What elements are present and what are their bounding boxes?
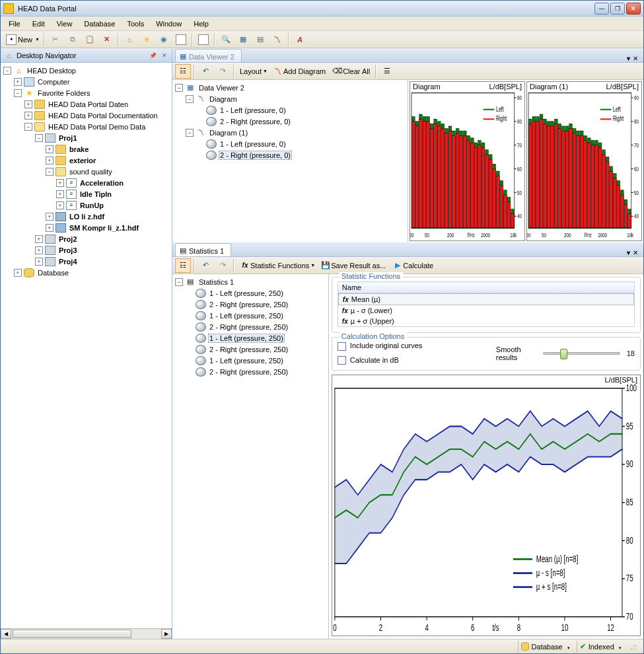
panel-close-button[interactable]: ✕ (160, 51, 169, 60)
tree-item[interactable]: +exterior (46, 155, 170, 166)
tree-proj4[interactable]: +Proj4 (35, 256, 170, 267)
tree-item[interactable]: −HEAD Data Portal Demo Data (24, 121, 170, 132)
tree-channel[interactable]: 1 - Left (pressure, 250) (186, 287, 327, 299)
stat-functions-button[interactable]: fxStatistic Functions▼ (237, 258, 316, 273)
pin-button[interactable]: 📌 (148, 51, 157, 60)
tree-file[interactable]: +SM Kompr li_z.1.hdf (46, 222, 170, 233)
menu-database[interactable]: Database (79, 18, 120, 29)
tree-proj3[interactable]: +Proj3 (35, 244, 170, 256)
menu-view[interactable]: View (52, 18, 78, 29)
artemis-button[interactable]: A (292, 32, 308, 47)
doc2-button[interactable] (196, 32, 211, 47)
tree-channel[interactable]: 1 - Left (pressure, 250) (186, 332, 327, 344)
statistics-result-chart[interactable]: L/dB[SPL] 707580859095100024681012t/sMea… (332, 375, 641, 636)
calculate-db-checkbox[interactable] (338, 356, 346, 365)
st-tree-toggle[interactable]: ☷ (175, 258, 191, 273)
new-button[interactable]: ✦New▼ (3, 32, 41, 47)
svg-rect-130 (598, 147, 602, 228)
tree-channel[interactable]: 2 - Right (pressure, 0) (196, 149, 406, 161)
tree-channel[interactable]: 1 - Left (pressure, 0) (196, 138, 406, 149)
tree-favorites[interactable]: −★Favorite Folders (14, 87, 170, 98)
layout-button[interactable]: Layout▼ (237, 64, 269, 79)
tab-statistics-1[interactable]: ▤Statistics 1 (175, 243, 231, 256)
add-diagram-button[interactable]: 〽Add Diagram (270, 64, 328, 79)
search-button[interactable]: 🔍 (218, 32, 234, 47)
tree-channel[interactable]: 2 - Right (pressure, 250) (186, 366, 327, 377)
tree-item[interactable]: +≡RunUp (56, 200, 170, 211)
tree-soundquality[interactable]: −sound quality (46, 166, 170, 177)
tab-dropdown[interactable]: ▼ (626, 250, 631, 256)
tree-channel[interactable]: 1 - Left (pressure, 250) (186, 310, 327, 321)
tree-proj1[interactable]: −Proj1 (35, 132, 170, 143)
tree-item[interactable]: +≡Acceleration (56, 177, 170, 188)
menu-tools[interactable]: Tools (122, 18, 149, 29)
delete-button[interactable]: ✕ (99, 32, 115, 47)
maximize-button[interactable]: ❐ (610, 3, 625, 15)
dataviewer-tree[interactable]: −▦Data Viewer 2 −〽Diagram 1 - Left (pres… (172, 80, 408, 242)
close-button[interactable]: ✕ (626, 3, 641, 15)
menu-file[interactable]: File (3, 18, 26, 29)
menu-window[interactable]: Window (151, 18, 187, 29)
status-indexed[interactable]: ✔Indexed (577, 641, 624, 653)
fn-row-lower[interactable]: fxµ - σ (Lower) (338, 305, 634, 316)
svg-rect-27 (437, 126, 441, 228)
tree-proj2[interactable]: +Proj2 (35, 233, 170, 244)
tree-item[interactable]: +brake (46, 143, 170, 155)
tree-channel[interactable]: 2 - Right (pressure, 0) (196, 116, 406, 127)
tree-channel[interactable]: 2 - Right (pressure, 250) (186, 321, 327, 332)
doc-button[interactable] (173, 32, 189, 47)
tree-diagram[interactable]: −〽Diagram (186, 93, 406, 104)
chart-title: Diagram (1) (530, 83, 568, 91)
tree-item[interactable]: +≡Idle TipIn (56, 188, 170, 200)
fn-row-mean[interactable]: fxMean (µ) (338, 293, 634, 305)
diagram-chart-2[interactable]: Diagram (1) L/dB[SPL] 405060708090205020… (526, 81, 642, 241)
web-button[interactable]: ◉ (156, 32, 172, 47)
tree-file[interactable]: +LO li z.hdf (46, 211, 170, 222)
menu-help[interactable]: Help (188, 18, 214, 29)
undo-button[interactable]: ↶ (197, 64, 213, 79)
clear-all-button[interactable]: ⌫Clear All (330, 64, 373, 79)
tab-close[interactable]: ✕ (633, 55, 638, 62)
tab-dropdown[interactable]: ▼ (626, 55, 631, 62)
paste-button[interactable]: 📋 (82, 32, 98, 47)
tree-database[interactable]: +Database (14, 267, 170, 278)
navigator-tree[interactable]: −⌂HEAD Desktop +Computer −★Favorite Fold… (1, 63, 172, 628)
options-button[interactable]: ☰ (379, 64, 395, 79)
svg-text:f/Hz: f/Hz (468, 232, 475, 239)
redo-button[interactable]: ↷ (215, 64, 231, 79)
tree-channel[interactable]: 2 - Right (pressure, 250) (186, 344, 327, 355)
statistics-tree[interactable]: −▤Statistics 1 1 - Left (pressure, 250)2… (172, 274, 329, 639)
tree-item[interactable]: +HEAD Data Portal Daten (24, 98, 170, 110)
undo-button[interactable]: ↶ (197, 258, 213, 273)
include-original-checkbox[interactable] (338, 342, 346, 351)
tab-dataviewer-2[interactable]: ▦Data Viewer 2 (175, 49, 242, 62)
diagram-chart-1[interactable]: Diagram L/dB[SPL] 4050607080902050200200… (410, 81, 525, 241)
tree-diagram[interactable]: −〽Diagram (1) (186, 127, 406, 138)
favorite-button[interactable]: ★ (139, 32, 155, 47)
dataview-button[interactable]: ▦ (235, 32, 251, 47)
cut-button[interactable]: ✂ (48, 32, 63, 47)
tree-computer[interactable]: +Computer (14, 76, 170, 87)
status-database[interactable]: Database (518, 641, 573, 653)
home-button[interactable]: ⌂ (122, 32, 137, 47)
chart-button[interactable]: 〽 (269, 32, 285, 47)
dv-tree-toggle[interactable]: ☷ (175, 64, 191, 79)
tab-close[interactable]: ✕ (633, 249, 638, 256)
navigator-h-scrollbar[interactable]: ◀▶ (1, 628, 172, 639)
fx-icon: fx (343, 296, 349, 303)
tree-item[interactable]: +HEAD Data Portal Documentation (24, 110, 170, 121)
minimize-button[interactable]: — (594, 3, 609, 15)
redo-button[interactable]: ↷ (215, 258, 231, 273)
save-result-button[interactable]: 💾Save Result as... (318, 258, 388, 273)
stats-button[interactable]: ▤ (252, 32, 268, 47)
tree-channel[interactable]: 2 - Right (pressure, 250) (186, 299, 327, 310)
fn-row-upper[interactable]: fxµ + σ (Upper) (338, 316, 634, 326)
tree-channel[interactable]: 1 - Left (pressure, 0) (196, 104, 406, 116)
smooth-slider[interactable] (543, 352, 620, 355)
column-header[interactable]: Name (342, 283, 537, 291)
tree-channel[interactable]: 1 - Left (pressure, 250) (186, 355, 327, 366)
calculate-button[interactable]: ▶Calculate (390, 258, 436, 273)
svg-text:4: 4 (425, 622, 429, 633)
menu-edit[interactable]: Edit (27, 18, 50, 29)
copy-button[interactable]: ⧉ (65, 32, 81, 47)
